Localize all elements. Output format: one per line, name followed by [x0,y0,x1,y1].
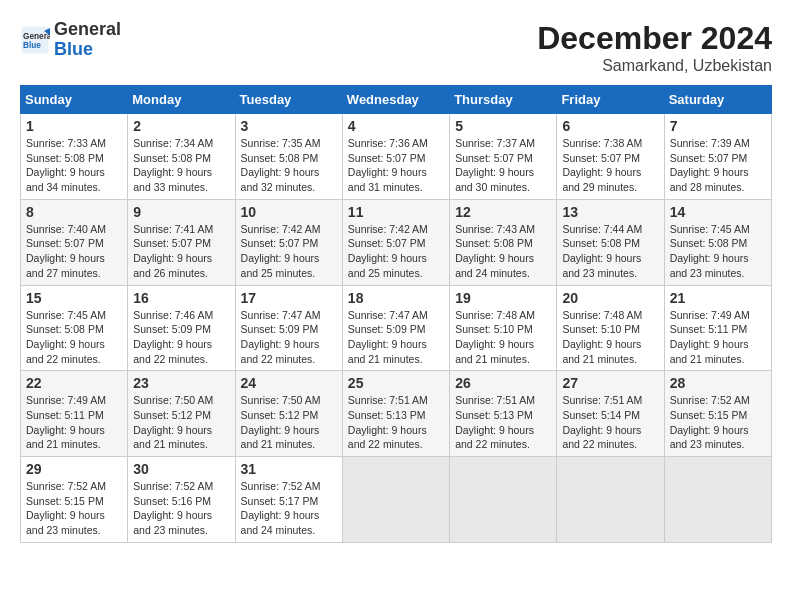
day-number: 1 [26,118,122,134]
calendar-cell: 10 Sunrise: 7:42 AM Sunset: 5:07 PM Dayl… [235,199,342,285]
col-saturday: Saturday [664,86,771,114]
day-number: 15 [26,290,122,306]
calendar-cell [342,457,449,543]
day-number: 13 [562,204,658,220]
month-year-title: December 2024 [537,20,772,57]
day-info: Sunrise: 7:45 AM Sunset: 5:08 PM Dayligh… [670,222,766,281]
calendar-cell: 20 Sunrise: 7:48 AM Sunset: 5:10 PM Dayl… [557,285,664,371]
day-number: 24 [241,375,337,391]
day-number: 20 [562,290,658,306]
col-sunday: Sunday [21,86,128,114]
logo: General Blue General Blue [20,20,121,60]
day-info: Sunrise: 7:47 AM Sunset: 5:09 PM Dayligh… [348,308,444,367]
col-wednesday: Wednesday [342,86,449,114]
calendar-table: Sunday Monday Tuesday Wednesday Thursday… [20,85,772,543]
day-info: Sunrise: 7:51 AM Sunset: 5:14 PM Dayligh… [562,393,658,452]
logo-icon: General Blue [20,25,50,55]
day-number: 3 [241,118,337,134]
calendar-cell [557,457,664,543]
calendar-cell: 25 Sunrise: 7:51 AM Sunset: 5:13 PM Dayl… [342,371,449,457]
calendar-cell: 5 Sunrise: 7:37 AM Sunset: 5:07 PM Dayli… [450,114,557,200]
day-number: 14 [670,204,766,220]
day-info: Sunrise: 7:48 AM Sunset: 5:10 PM Dayligh… [455,308,551,367]
calendar-cell: 23 Sunrise: 7:50 AM Sunset: 5:12 PM Dayl… [128,371,235,457]
calendar-cell: 6 Sunrise: 7:38 AM Sunset: 5:07 PM Dayli… [557,114,664,200]
day-number: 26 [455,375,551,391]
calendar-cell: 26 Sunrise: 7:51 AM Sunset: 5:13 PM Dayl… [450,371,557,457]
day-info: Sunrise: 7:52 AM Sunset: 5:17 PM Dayligh… [241,479,337,538]
calendar-cell: 18 Sunrise: 7:47 AM Sunset: 5:09 PM Dayl… [342,285,449,371]
day-number: 2 [133,118,229,134]
day-number: 27 [562,375,658,391]
calendar-cell: 11 Sunrise: 7:42 AM Sunset: 5:07 PM Dayl… [342,199,449,285]
calendar-week-row: 8 Sunrise: 7:40 AM Sunset: 5:07 PM Dayli… [21,199,772,285]
calendar-cell: 28 Sunrise: 7:52 AM Sunset: 5:15 PM Dayl… [664,371,771,457]
calendar-cell: 8 Sunrise: 7:40 AM Sunset: 5:07 PM Dayli… [21,199,128,285]
calendar-week-row: 22 Sunrise: 7:49 AM Sunset: 5:11 PM Dayl… [21,371,772,457]
day-number: 12 [455,204,551,220]
day-number: 23 [133,375,229,391]
calendar-cell: 15 Sunrise: 7:45 AM Sunset: 5:08 PM Dayl… [21,285,128,371]
day-info: Sunrise: 7:52 AM Sunset: 5:15 PM Dayligh… [670,393,766,452]
page-header: General Blue General Blue December 2024 … [20,20,772,75]
day-number: 6 [562,118,658,134]
day-number: 29 [26,461,122,477]
day-number: 22 [26,375,122,391]
calendar-cell: 16 Sunrise: 7:46 AM Sunset: 5:09 PM Dayl… [128,285,235,371]
svg-text:Blue: Blue [23,40,41,49]
day-info: Sunrise: 7:34 AM Sunset: 5:08 PM Dayligh… [133,136,229,195]
col-thursday: Thursday [450,86,557,114]
day-info: Sunrise: 7:39 AM Sunset: 5:07 PM Dayligh… [670,136,766,195]
calendar-cell: 21 Sunrise: 7:49 AM Sunset: 5:11 PM Dayl… [664,285,771,371]
calendar-cell: 4 Sunrise: 7:36 AM Sunset: 5:07 PM Dayli… [342,114,449,200]
day-number: 7 [670,118,766,134]
title-section: December 2024 Samarkand, Uzbekistan [537,20,772,75]
calendar-cell: 12 Sunrise: 7:43 AM Sunset: 5:08 PM Dayl… [450,199,557,285]
day-info: Sunrise: 7:40 AM Sunset: 5:07 PM Dayligh… [26,222,122,281]
day-info: Sunrise: 7:36 AM Sunset: 5:07 PM Dayligh… [348,136,444,195]
day-info: Sunrise: 7:49 AM Sunset: 5:11 PM Dayligh… [26,393,122,452]
logo-text: General Blue [54,20,121,60]
calendar-cell: 3 Sunrise: 7:35 AM Sunset: 5:08 PM Dayli… [235,114,342,200]
day-info: Sunrise: 7:52 AM Sunset: 5:15 PM Dayligh… [26,479,122,538]
col-tuesday: Tuesday [235,86,342,114]
calendar-cell: 19 Sunrise: 7:48 AM Sunset: 5:10 PM Dayl… [450,285,557,371]
calendar-cell: 30 Sunrise: 7:52 AM Sunset: 5:16 PM Dayl… [128,457,235,543]
day-info: Sunrise: 7:42 AM Sunset: 5:07 PM Dayligh… [348,222,444,281]
day-info: Sunrise: 7:45 AM Sunset: 5:08 PM Dayligh… [26,308,122,367]
calendar-week-row: 15 Sunrise: 7:45 AM Sunset: 5:08 PM Dayl… [21,285,772,371]
calendar-cell [664,457,771,543]
day-info: Sunrise: 7:41 AM Sunset: 5:07 PM Dayligh… [133,222,229,281]
day-number: 17 [241,290,337,306]
col-monday: Monday [128,86,235,114]
calendar-cell: 7 Sunrise: 7:39 AM Sunset: 5:07 PM Dayli… [664,114,771,200]
day-info: Sunrise: 7:52 AM Sunset: 5:16 PM Dayligh… [133,479,229,538]
day-info: Sunrise: 7:44 AM Sunset: 5:08 PM Dayligh… [562,222,658,281]
calendar-cell: 29 Sunrise: 7:52 AM Sunset: 5:15 PM Dayl… [21,457,128,543]
day-info: Sunrise: 7:33 AM Sunset: 5:08 PM Dayligh… [26,136,122,195]
day-number: 5 [455,118,551,134]
calendar-week-row: 29 Sunrise: 7:52 AM Sunset: 5:15 PM Dayl… [21,457,772,543]
day-info: Sunrise: 7:37 AM Sunset: 5:07 PM Dayligh… [455,136,551,195]
day-info: Sunrise: 7:47 AM Sunset: 5:09 PM Dayligh… [241,308,337,367]
calendar-cell: 9 Sunrise: 7:41 AM Sunset: 5:07 PM Dayli… [128,199,235,285]
day-number: 11 [348,204,444,220]
day-info: Sunrise: 7:48 AM Sunset: 5:10 PM Dayligh… [562,308,658,367]
calendar-week-row: 1 Sunrise: 7:33 AM Sunset: 5:08 PM Dayli… [21,114,772,200]
day-info: Sunrise: 7:35 AM Sunset: 5:08 PM Dayligh… [241,136,337,195]
calendar-cell: 2 Sunrise: 7:34 AM Sunset: 5:08 PM Dayli… [128,114,235,200]
calendar-cell: 17 Sunrise: 7:47 AM Sunset: 5:09 PM Dayl… [235,285,342,371]
day-number: 16 [133,290,229,306]
calendar-cell: 24 Sunrise: 7:50 AM Sunset: 5:12 PM Dayl… [235,371,342,457]
day-number: 21 [670,290,766,306]
day-number: 31 [241,461,337,477]
calendar-cell: 31 Sunrise: 7:52 AM Sunset: 5:17 PM Dayl… [235,457,342,543]
calendar-cell: 14 Sunrise: 7:45 AM Sunset: 5:08 PM Dayl… [664,199,771,285]
calendar-cell: 27 Sunrise: 7:51 AM Sunset: 5:14 PM Dayl… [557,371,664,457]
day-number: 4 [348,118,444,134]
day-info: Sunrise: 7:46 AM Sunset: 5:09 PM Dayligh… [133,308,229,367]
day-info: Sunrise: 7:49 AM Sunset: 5:11 PM Dayligh… [670,308,766,367]
day-number: 19 [455,290,551,306]
day-info: Sunrise: 7:50 AM Sunset: 5:12 PM Dayligh… [241,393,337,452]
col-friday: Friday [557,86,664,114]
